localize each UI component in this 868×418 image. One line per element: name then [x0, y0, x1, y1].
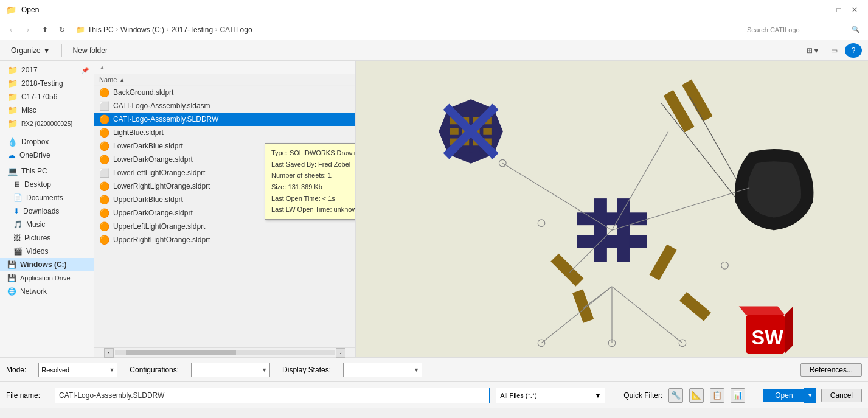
- tooltip-row-lwtime: Last LW Open Time: unknown: [271, 204, 355, 215]
- file-icon: 🟠: [99, 195, 109, 204]
- search-box[interactable]: Search CATILogo 🔍: [743, 23, 864, 37]
- sidebar-item-2017[interactable]: 📁 2017 📌: [0, 63, 94, 77]
- file-list-header[interactable]: Name ▲: [94, 74, 355, 86]
- bottom-controls: Mode: Resolved ▼ Configurations: ▼ Displ…: [0, 357, 868, 381]
- file-name: UpperDarkBlue.sldprt: [113, 195, 183, 204]
- file-icon: 🟠: [99, 88, 109, 97]
- sidebar-item-documents[interactable]: 📄 Documents: [0, 191, 94, 204]
- file-name: LowerDarkBlue.sldprt: [113, 142, 183, 150]
- videos-icon: 🎬: [13, 247, 23, 256]
- close-button[interactable]: ✕: [847, 2, 862, 17]
- scroll-right-button[interactable]: ›: [336, 348, 345, 358]
- file-name: LowerDarkOrange.sldprt: [113, 155, 193, 164]
- sidebar-item-2018testing[interactable]: 📁 2018-Testing: [0, 77, 94, 90]
- network-icon: 🌐: [7, 287, 16, 296]
- sidebar-item-videos[interactable]: 🎬 Videos: [0, 245, 94, 258]
- sidebar-item-onedrive[interactable]: ☁ OneDrive: [0, 148, 94, 162]
- file-item[interactable]: 🟠 UpperRightLightOrange.sldprt: [94, 233, 355, 246]
- maximize-button[interactable]: □: [832, 2, 846, 17]
- file-icon: 🟠: [99, 155, 109, 164]
- mode-dropdown[interactable]: Resolved ▼: [38, 363, 117, 377]
- sidebar-item-downloads[interactable]: ⬇ Downloads: [0, 204, 94, 218]
- back-button[interactable]: ‹: [4, 23, 18, 37]
- configurations-label: Configurations:: [130, 366, 179, 374]
- computer-icon: 💻: [7, 166, 18, 176]
- refresh-button[interactable]: ↻: [55, 23, 69, 37]
- display-states-dropdown[interactable]: ▼: [343, 363, 422, 377]
- tooltip-row-savedby: Last Saved By: Fred Zobel: [271, 159, 355, 170]
- configurations-dropdown[interactable]: ▼: [191, 363, 270, 377]
- tooltip-row-type: Type: SOLIDWORKS Drawing Document: [271, 147, 355, 159]
- sidebar-item-desktop[interactable]: 🖥 Desktop: [0, 178, 94, 191]
- breadcrumb[interactable]: 📁 This PC › Windows (C:) › 2017-Testing …: [72, 23, 740, 37]
- sidebar-label: Downloads: [23, 207, 59, 215]
- sidebar-item-music[interactable]: 🎵 Music: [0, 218, 94, 231]
- organize-button[interactable]: Organize ▼: [6, 44, 55, 57]
- file-icon: 🟠: [99, 141, 109, 151]
- forward-button[interactable]: ›: [21, 23, 35, 37]
- file-item[interactable]: 🟠 LightBlue.sldprt: [94, 126, 355, 139]
- view-options-button[interactable]: ⊞▼: [804, 43, 823, 58]
- breadcrumb-folder2[interactable]: CATILogo: [220, 26, 252, 34]
- folder-icon: 📁: [7, 119, 18, 128]
- svg-text:SW: SW: [752, 327, 784, 349]
- quick-filter-btn-4[interactable]: 📊: [731, 388, 745, 403]
- onedrive-icon: ☁: [7, 150, 16, 160]
- preview-svg: SW: [356, 61, 868, 357]
- sidebar-item-network[interactable]: 🌐 Network: [0, 285, 94, 298]
- tooltip-row-sheets: Number of sheets: 1: [271, 170, 355, 181]
- sidebar-item-pictures[interactable]: 🖼 Pictures: [0, 231, 94, 245]
- file-list-container: ▲ Name ▲ 🟠 BackGround.sldprt ⬜ CATI-Logo…: [94, 61, 356, 357]
- breadcrumb-thispc[interactable]: This PC: [88, 26, 114, 34]
- file-item[interactable]: 🟠 BackGround.sldprt: [94, 86, 355, 99]
- sidebar-item-windowsc[interactable]: 💾 Windows (C:): [0, 258, 94, 271]
- file-item[interactable]: ⬜ CATI-Logo-Asssembly.sldasm: [94, 99, 355, 113]
- scroll-track[interactable]: [115, 350, 335, 355]
- sidebar-item-rx2[interactable]: 📁 RX2 {0200000025}: [0, 117, 94, 130]
- filetype-value: All Files (*.*): [500, 392, 537, 399]
- search-placeholder: Search CATILogo: [747, 26, 800, 33]
- dialog-title: Open: [21, 5, 39, 14]
- sidebar: 📁 2017 📌 📁 2018-Testing 📁 C17-17056 📁 Mi…: [0, 61, 94, 357]
- sidebar-item-appdrive[interactable]: 💾 Application Drive: [0, 271, 94, 285]
- quick-filter-btn-1[interactable]: 🔧: [668, 388, 683, 403]
- filename-input[interactable]: [55, 388, 490, 403]
- cancel-button[interactable]: Cancel: [821, 389, 862, 402]
- file-icon: ⬜: [99, 168, 109, 178]
- horizontal-scrollbar[interactable]: ‹ ›: [94, 347, 355, 357]
- up-button[interactable]: ⬆: [38, 23, 52, 37]
- file-item-selected[interactable]: 🟠 CATI-Logo-Asssembly.SLDDRW Type: SOLID…: [94, 113, 355, 126]
- file-name: UpperRightLightOrange.sldprt: [113, 235, 210, 244]
- sidebar-label: Desktop: [24, 180, 51, 189]
- breadcrumb-folder1[interactable]: 2017-Testing: [171, 26, 213, 34]
- file-item[interactable]: 🟠 UpperLeftLightOrange.sldprt: [94, 220, 355, 233]
- toolbar-separator: [61, 44, 62, 57]
- address-bar: ‹ › ⬆ ↻ 📁 This PC › Windows (C:) › 2017-…: [0, 19, 868, 40]
- configurations-dropdown-arrow: ▼: [262, 367, 267, 373]
- quick-filter-btn-2[interactable]: 📐: [689, 388, 704, 403]
- new-folder-button[interactable]: New folder: [68, 44, 113, 57]
- help-button[interactable]: ?: [845, 43, 862, 58]
- filetype-dropdown[interactable]: All Files (*.*) ▼: [496, 388, 605, 403]
- sidebar-item-misc[interactable]: 📁 Misc: [0, 103, 94, 117]
- sidebar-item-dropbox[interactable]: 💧 Dropbox: [0, 135, 94, 148]
- sidebar-item-c17[interactable]: 📁 C17-17056: [0, 90, 94, 103]
- open-dropdown-button[interactable]: ▼: [804, 388, 816, 403]
- new-folder-label: New folder: [73, 46, 108, 55]
- filetype-dropdown-arrow: ▼: [594, 392, 601, 399]
- breadcrumb-drive[interactable]: Windows (C:): [120, 26, 164, 34]
- preview-pane-button[interactable]: ▭: [825, 43, 842, 58]
- open-dropdown-arrow-icon: ▼: [807, 392, 813, 399]
- open-button[interactable]: Open: [763, 389, 804, 402]
- scroll-left-button[interactable]: ‹: [104, 348, 114, 358]
- sidebar-label-2017: 2017: [21, 66, 38, 74]
- minimize-button[interactable]: ─: [816, 2, 830, 17]
- mode-value: Resolved: [41, 366, 69, 374]
- sidebar-item-thispc[interactable]: 💻 This PC: [0, 164, 94, 178]
- quick-filter-btn-3[interactable]: 📋: [710, 388, 724, 403]
- references-button[interactable]: References...: [800, 363, 862, 377]
- title-bar: 📁 Open ─ □ ✕: [0, 0, 868, 19]
- name-column-header: Name: [99, 76, 117, 83]
- sidebar-label: Pictures: [24, 234, 50, 242]
- sidebar-label: Dropbox: [21, 138, 49, 146]
